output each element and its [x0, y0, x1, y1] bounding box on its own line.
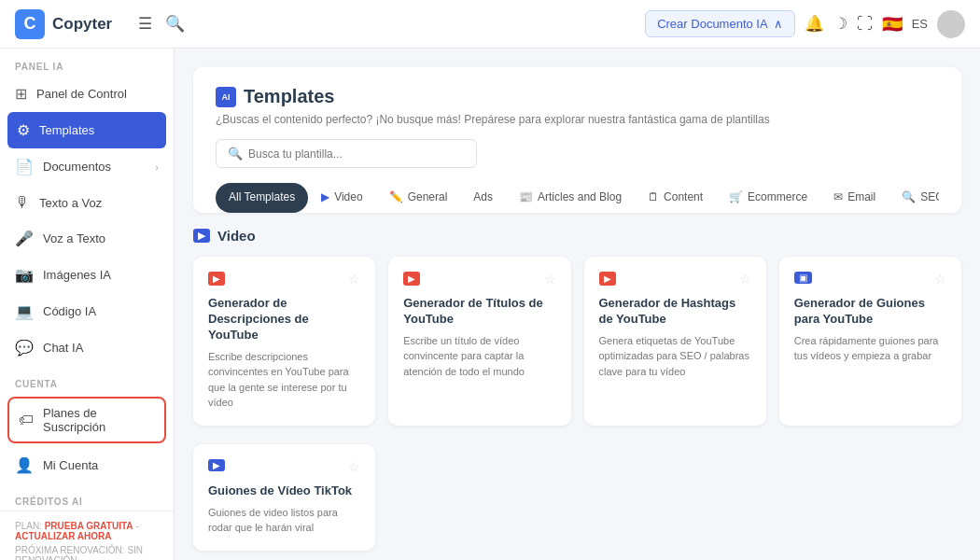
voice-icon: 🎤	[15, 230, 34, 247]
tab-content[interactable]: 🗒 Content	[635, 183, 716, 213]
search-box: 🔍	[216, 139, 477, 168]
card-yt-scripts[interactable]: ▣ ☆ Generador de Guiones para YouTube Cr…	[779, 257, 961, 426]
logo: C Copyter	[15, 9, 112, 39]
sidebar-item-panel-de-control[interactable]: ⊞ Panel de Control	[0, 76, 174, 112]
bell-icon[interactable]: 🔔	[805, 14, 824, 34]
video-section-icon: ▶	[193, 229, 210, 243]
video2-section: ▶ ☆ Guiones de Vídeo TikTok Guiones de v…	[193, 444, 961, 551]
plan-info: PLAN: PRUEBA GRATUITA - ACTUALIZAR AHORA…	[0, 511, 174, 560]
logo-letter: C	[15, 9, 45, 39]
seo-tab-icon: 🔍	[902, 190, 916, 203]
templates-title-row: AI Templates	[216, 86, 939, 107]
doc-icon: 📄	[15, 158, 34, 175]
sidebar-label: Documentos	[43, 160, 111, 174]
tab-email[interactable]: ✉ Email	[820, 183, 889, 213]
plan-text: PLAN:	[15, 521, 45, 531]
logo-name: Copyter	[52, 15, 112, 34]
sidebar-item-imagenes-ia[interactable]: 📷 Imágenes IA	[0, 257, 174, 293]
tab-all-templates[interactable]: All Templates	[216, 183, 308, 213]
code-icon: 💻	[15, 302, 34, 320]
tiktok-icon: ▶	[208, 459, 225, 471]
plan-link-actualizar[interactable]: ACTUALIZAR AHORA	[15, 531, 112, 541]
sidebar-label: Panel de Control	[36, 87, 127, 101]
crear-documento-button[interactable]: Crear Documento IA ∧	[645, 10, 795, 37]
star-icon[interactable]: ☆	[544, 272, 556, 287]
templates-icon: ⚙	[17, 121, 30, 139]
video-tab-icon: ▶	[321, 190, 329, 203]
sidebar-item-voz-a-texto[interactable]: 🎤 Voz a Texto	[0, 220, 174, 257]
sidebar-label: Voz a Texto	[43, 231, 105, 245]
video2-cards-grid: ▶ ☆ Guiones de Vídeo TikTok Guiones de v…	[193, 444, 961, 551]
creditos-label: CRÉDITOS AI	[0, 483, 174, 511]
sidebar-label: Chat IA	[43, 341, 83, 355]
email-tab-icon: ✉	[833, 190, 843, 203]
card-desc: Crea rápidamente guiones para tus vídeos…	[794, 333, 946, 364]
crear-doc-label: Crear Documento IA	[657, 17, 768, 31]
card-title: Generador de Títulos de YouTube	[403, 296, 555, 328]
tab-articles[interactable]: 📰 Articles and Blog	[506, 183, 635, 213]
sidebar-label: Mi Cuenta	[43, 458, 98, 472]
lang-label: ES	[912, 17, 928, 31]
sidebar-label: Templates	[39, 123, 94, 137]
card-desc: Escribe descripciones convincentes en Yo…	[208, 349, 360, 411]
page-title: Templates	[244, 86, 334, 107]
sidebar-item-templates[interactable]: ⚙ Templates	[7, 112, 166, 148]
tabs-row: All Templates ▶ Video ✏️ General Ads 📰 A…	[216, 183, 939, 213]
star-icon[interactable]: ☆	[934, 272, 946, 287]
card-title: Generador de Descripciones de YouTube	[208, 296, 360, 343]
mic-icon: 🎙	[15, 194, 30, 211]
ai-badge: AI	[216, 87, 236, 107]
star-icon[interactable]: ☆	[348, 272, 360, 287]
card-title: Generador de Hashtags de YouTube	[599, 296, 751, 328]
tab-general[interactable]: ✏️ General	[376, 183, 461, 213]
card-top: ▶ ☆	[403, 272, 555, 287]
moon-icon[interactable]: ☽	[833, 14, 847, 34]
card-top: ▣ ☆	[794, 272, 946, 287]
star-icon[interactable]: ☆	[739, 272, 751, 287]
sidebar-item-mi-cuenta[interactable]: 👤 Mi Cuenta	[0, 447, 174, 483]
camera-icon: 📷	[15, 266, 34, 284]
chat-icon: 💬	[15, 339, 34, 357]
blue-video-icon: ▣	[794, 272, 812, 284]
tab-label: Content	[664, 190, 703, 203]
section-header-video: ▶ Video	[193, 228, 961, 244]
tab-label: Ads	[473, 190, 493, 203]
tab-label: General	[408, 190, 448, 203]
sidebar-item-codigo-ia[interactable]: 💻 Código IA	[0, 293, 174, 329]
tag-icon: 🏷	[19, 412, 34, 428]
sidebar-item-chat-ia[interactable]: 💬 Chat IA	[0, 329, 174, 366]
chevron-right-icon: ›	[155, 161, 159, 173]
card-tiktok-scripts[interactable]: ▶ ☆ Guiones de Vídeo TikTok Guiones de v…	[193, 444, 375, 551]
tab-label: Email	[847, 190, 875, 203]
sidebar-item-documentos[interactable]: 📄 Documentos ›	[0, 148, 174, 185]
expand-icon[interactable]: ⛶	[857, 15, 873, 34]
menu-icon[interactable]: ☰	[134, 10, 156, 37]
card-yt-hashtags[interactable]: ▶ ☆ Generador de Hashtags de YouTube Gen…	[584, 257, 766, 426]
user-icon: 👤	[15, 456, 34, 474]
card-title: Generador de Guiones para YouTube	[794, 296, 946, 328]
card-top: ▶ ☆	[208, 459, 360, 474]
star-icon[interactable]: ☆	[348, 459, 360, 474]
tab-ads[interactable]: Ads	[460, 183, 506, 213]
topnav: C Copyter ☰ 🔍 Crear Documento IA ∧ 🔔 ☽ ⛶…	[0, 0, 980, 49]
search-input[interactable]	[248, 147, 465, 161]
tab-ecommerce[interactable]: 🛒 Ecommerce	[716, 183, 820, 213]
general-tab-icon: ✏️	[389, 190, 403, 203]
search-input-icon: 🔍	[228, 147, 243, 161]
tab-seo[interactable]: 🔍 SEO	[889, 183, 939, 213]
avatar[interactable]	[937, 10, 965, 38]
card-desc: Guiones de video listos para rodar que l…	[208, 505, 360, 536]
tab-label: All Templates	[229, 190, 295, 203]
sidebar-item-planes[interactable]: 🏷 Planes de Suscripción	[7, 397, 166, 443]
video-cards-grid: ▶ ☆ Generador de Descripciones de YouTub…	[193, 257, 961, 426]
card-yt-titles[interactable]: ▶ ☆ Generador de Títulos de YouTube Escr…	[388, 257, 570, 426]
sidebar-item-texto-a-voz[interactable]: 🎙 Texto a Voz	[0, 185, 174, 220]
renovacion-text: PRÓXIMA RENOVACIÓN: SIN RENOVACIÓN	[15, 545, 159, 560]
tab-video[interactable]: ▶ Video	[308, 183, 375, 213]
templates-header: AI Templates ¿Buscas el contenido perfec…	[193, 67, 961, 213]
plan-link-prueba[interactable]: PRUEBA GRATUITA	[45, 521, 133, 531]
card-yt-descriptions[interactable]: ▶ ☆ Generador de Descripciones de YouTub…	[193, 257, 375, 426]
search-icon[interactable]: 🔍	[161, 10, 189, 37]
tab-label: Video	[334, 190, 362, 203]
sidebar-label: Texto a Voz	[39, 196, 102, 210]
